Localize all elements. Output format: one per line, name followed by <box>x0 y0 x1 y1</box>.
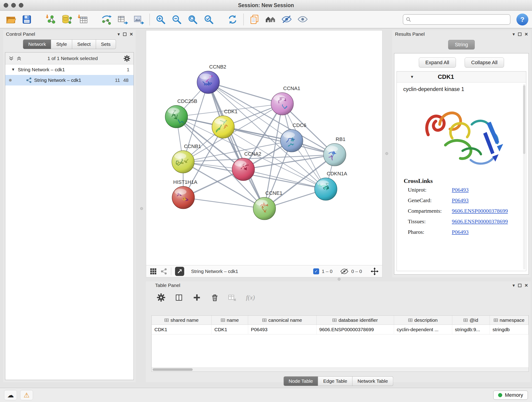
cloud-status-button[interactable]: ☁ <box>4 390 17 400</box>
network-canvas[interactable]: CCNB2CCNA1CDC25BCDK1CDC6RB1CCNB1CCNA2CDK… <box>146 30 382 265</box>
panel-menu-icon[interactable]: ▾ <box>513 283 515 288</box>
tab-network[interactable]: Network <box>23 39 51 49</box>
minimize-button[interactable] <box>11 3 16 7</box>
tab-style[interactable]: Style <box>51 39 72 49</box>
node-label: CCNB2 <box>209 64 226 70</box>
close-panel-icon[interactable]: × <box>130 32 133 37</box>
scrollbar-thumb[interactable] <box>152 368 193 371</box>
node-label: CDC6 <box>293 122 306 128</box>
crosslink-value[interactable]: P06493 <box>452 197 469 204</box>
tab-sets[interactable]: Sets <box>96 39 116 49</box>
export-image-icon <box>133 14 144 25</box>
close-button[interactable] <box>4 3 8 7</box>
network-row[interactable]: String Network – cdk1 11 48 <box>5 75 133 85</box>
splitter-handle[interactable] <box>385 152 388 155</box>
network-node-CCNB2[interactable]: CCNB2 <box>197 64 226 94</box>
export-table-button[interactable] <box>115 13 130 26</box>
collection-count: 1 <box>127 67 133 72</box>
grid-view-icon[interactable] <box>150 268 157 275</box>
show-all-button[interactable] <box>296 13 310 26</box>
zoom-window-button[interactable] <box>19 3 23 7</box>
column-header: @id <box>452 316 490 325</box>
float-panel-icon[interactable] <box>518 284 521 287</box>
collapse-all-button[interactable]: Collapse All <box>465 57 504 68</box>
gear-icon[interactable] <box>123 55 130 62</box>
birdseye-view-button[interactable] <box>175 267 184 276</box>
zoom-in-button[interactable] <box>153 13 168 26</box>
show-columns-button[interactable] <box>174 293 184 303</box>
import-network-database-button[interactable] <box>60 13 74 26</box>
delete-table-button[interactable] <box>228 293 238 303</box>
open-session-button[interactable] <box>4 13 18 26</box>
refresh-view-button[interactable] <box>225 13 240 26</box>
zoom-fit-button[interactable] <box>186 13 200 26</box>
export-image-button[interactable] <box>132 13 146 26</box>
zoom-selected-button[interactable] <box>202 13 216 26</box>
crosslink-value[interactable]: P06493 <box>452 187 469 193</box>
gene-section: ▼ CDK1 cyclin-dependent kinase 1 <box>397 71 526 271</box>
tab-select[interactable]: Select <box>72 39 96 49</box>
add-column-button[interactable] <box>192 293 202 303</box>
close-panel-icon[interactable]: × <box>525 32 528 37</box>
table-settings-button[interactable] <box>156 293 166 303</box>
crosslink-value[interactable]: P06493 <box>452 229 469 235</box>
splitter-handle[interactable] <box>338 278 341 281</box>
node-label: CCNB1 <box>184 143 201 149</box>
crosslink-value[interactable]: 9606.ENSP00000378699 <box>452 218 508 225</box>
network-arrows-icon <box>101 14 112 25</box>
crosslink-label: Uniprot: <box>408 187 452 193</box>
workspace: Control Panel ▾ × Network Style Select S… <box>0 28 532 388</box>
network-node-RB1[interactable]: RB1 <box>323 136 346 166</box>
tab-node-table[interactable]: Node Table <box>283 376 318 386</box>
network-collection-row[interactable]: ▼ String Network – cdk1 1 <box>5 64 133 75</box>
float-panel-icon[interactable] <box>123 32 127 36</box>
float-panel-icon[interactable] <box>518 32 521 36</box>
title-bar: Session: New Session <box>0 0 532 11</box>
network-node-HIST1H1A[interactable]: HIST1H1A <box>172 179 197 209</box>
help-button[interactable]: ? <box>516 13 528 26</box>
network-node-CCNB1[interactable]: CCNB1 <box>172 143 201 173</box>
panel-menu-icon[interactable]: ▾ <box>118 32 120 36</box>
gear-icon <box>157 293 165 302</box>
import-table-button[interactable] <box>76 13 90 26</box>
collapse-all-icon[interactable] <box>8 56 14 61</box>
network-node-CDC6[interactable]: CDC6 <box>280 122 306 152</box>
network-node-CCNA1[interactable]: CCNA1 <box>271 85 300 115</box>
panel-menu-icon[interactable]: ▾ <box>513 32 515 36</box>
new-network-from-selection-button[interactable] <box>247 13 262 26</box>
close-panel-icon[interactable]: × <box>525 283 528 288</box>
pan-crosshair-icon[interactable] <box>371 268 379 275</box>
clone-network-button[interactable] <box>99 13 114 26</box>
hidden-eye-slash-icon[interactable] <box>340 268 348 274</box>
hide-selected-button[interactable] <box>279 13 294 26</box>
tree-expand-icon[interactable]: ▼ <box>11 67 15 72</box>
horizontal-scrollbar[interactable] <box>152 367 529 371</box>
section-collapse-icon[interactable]: ▼ <box>410 75 414 79</box>
memory-button[interactable]: Memory <box>493 390 528 400</box>
tab-string[interactable]: String <box>448 40 475 50</box>
zoom-out-button[interactable] <box>170 13 184 26</box>
selected-checkbox-icon[interactable]: ✓ <box>313 268 319 274</box>
network-node-CDKN1A[interactable]: CDKN1A <box>315 171 347 200</box>
network-node-CDK1[interactable]: CDK1 <box>212 109 238 138</box>
splitter-handle[interactable] <box>140 207 143 210</box>
expand-all-icon[interactable] <box>16 56 22 61</box>
zoom-selected-icon <box>203 14 214 25</box>
delete-column-button[interactable] <box>210 293 220 303</box>
crosslink-value[interactable]: 9606.ENSP00000378699 <box>452 208 508 214</box>
network-view-icon[interactable] <box>160 268 167 275</box>
save-session-button[interactable] <box>20 13 34 26</box>
tab-edge-table[interactable]: Edge Table <box>318 376 353 386</box>
table-panel: Table Panel ▾ × <box>146 281 531 382</box>
search-input[interactable] <box>413 17 507 22</box>
tab-network-table[interactable]: Network Table <box>352 376 393 386</box>
warnings-button[interactable]: ⚠ <box>20 390 33 400</box>
first-neighbors-button[interactable] <box>264 13 278 26</box>
import-network-file-button[interactable] <box>44 13 58 26</box>
table-row[interactable]: CDK1 CDK1 P06493 9606.ENSP00000378699 cy… <box>152 325 529 334</box>
function-builder-button[interactable]: f(x) <box>245 293 255 303</box>
results-scrollbar-thumb[interactable] <box>523 85 525 154</box>
network-node-CDC25B[interactable]: CDC25B <box>165 98 197 128</box>
column-header: database identifier <box>317 316 394 325</box>
expand-all-button[interactable]: Expand All <box>419 57 456 68</box>
